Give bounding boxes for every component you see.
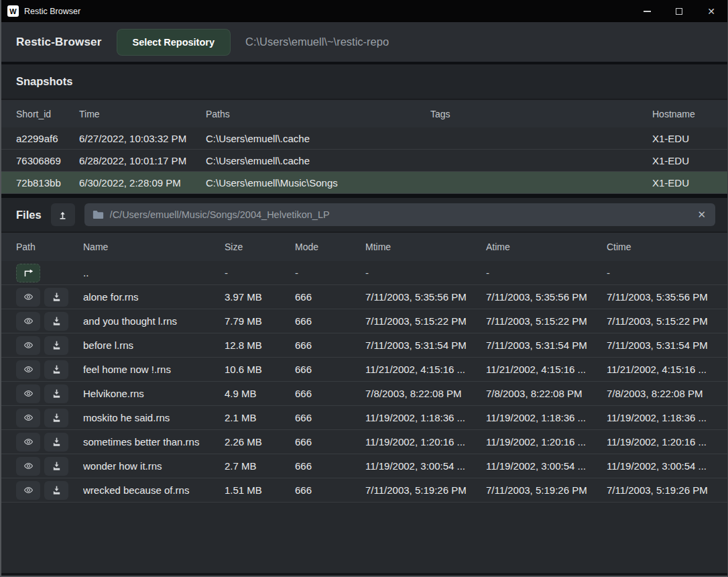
column-header-ctime[interactable]: Ctime	[607, 242, 713, 252]
download-icon	[52, 292, 62, 302]
file-row: and you thought l.rns 7.79 MB 666 7/11/2…	[1, 309, 727, 333]
file-ctime: -	[607, 267, 713, 278]
preview-file-button[interactable]	[16, 336, 40, 355]
wails-app-icon: W	[7, 5, 19, 17]
column-header-mode[interactable]: Mode	[295, 242, 365, 252]
column-header-name[interactable]: Name	[83, 242, 225, 252]
window-controls: ✕	[631, 0, 727, 22]
file-ctime: 11/19/2002, 3:00:54 ...	[607, 460, 713, 472]
eye-icon	[22, 437, 35, 447]
file-mtime: 11/19/2002, 1:18:36 ...	[365, 412, 486, 423]
snapshots-section-title: Snapshots	[1, 64, 727, 99]
column-header-mtime[interactable]: Mtime	[365, 242, 486, 252]
snapshot-time: 6/30/2022, 2:28:09 PM	[79, 177, 206, 189]
file-atime: 11/19/2002, 3:00:54 ...	[486, 460, 607, 472]
file-size: 7.79 MB	[225, 315, 295, 327]
file-row: alone for.rns 3.97 MB 666 7/11/2003, 5:3…	[1, 285, 727, 309]
file-name: Helvikone.rns	[83, 388, 225, 399]
current-path-input[interactable]: /C/Users/emuell/Music/Songs/2004_Helveti…	[84, 203, 715, 226]
column-header-short-id[interactable]: Short_id	[16, 109, 79, 119]
download-file-button[interactable]	[44, 288, 68, 307]
column-header-tags[interactable]: Tags	[430, 109, 652, 119]
window-title: Restic Browser	[24, 7, 80, 16]
download-file-button[interactable]	[44, 481, 68, 500]
file-mtime: 7/11/2003, 5:35:56 PM	[365, 291, 486, 303]
go-up-directory-button[interactable]	[16, 264, 40, 282]
preview-file-button[interactable]	[16, 312, 40, 331]
download-file-button[interactable]	[44, 312, 68, 331]
file-ctime: 7/11/2003, 5:15:22 PM	[607, 315, 713, 327]
download-file-button[interactable]	[44, 360, 68, 379]
file-row: before l.rns 12.8 MB 666 7/11/2003, 5:31…	[1, 333, 727, 358]
file-mode: 666	[295, 339, 365, 351]
titlebar: W Restic Browser ✕	[1, 0, 727, 22]
parent-directory-button[interactable]	[51, 203, 75, 226]
snapshot-row[interactable]: 72b813bb 6/30/2022, 2:28:09 PM C:\Users\…	[1, 172, 727, 194]
minimize-icon	[644, 11, 651, 12]
eye-icon	[22, 413, 35, 423]
preview-file-button[interactable]	[16, 481, 40, 500]
download-file-button[interactable]	[44, 457, 68, 476]
app-header: Restic-Browser Select Repository C:\User…	[1, 22, 727, 64]
clear-icon: ✕	[697, 209, 706, 220]
minimize-button[interactable]	[631, 0, 663, 22]
column-header-paths[interactable]: Paths	[206, 109, 430, 119]
column-header-hostname[interactable]: Hostname	[652, 109, 713, 119]
download-file-button[interactable]	[44, 433, 68, 452]
file-size: 3.97 MB	[225, 291, 295, 303]
file-mtime: 11/21/2002, 4:15:16 ...	[365, 364, 486, 375]
file-mtime: 7/8/2003, 8:22:08 PM	[365, 388, 486, 399]
preview-file-button[interactable]	[16, 384, 40, 403]
download-file-button[interactable]	[44, 384, 68, 403]
file-mode: -	[295, 267, 365, 278]
file-name: wrecked because of.rns	[83, 484, 225, 496]
snapshot-time: 6/28/2022, 10:01:17 PM	[79, 155, 206, 166]
column-header-size[interactable]: Size	[225, 242, 295, 252]
app-brand: Restic-Browser	[16, 36, 102, 49]
column-header-time[interactable]: Time	[79, 109, 206, 119]
download-file-button[interactable]	[44, 336, 68, 355]
file-name: sometimes better than.rns	[83, 436, 225, 448]
file-size: -	[225, 267, 295, 278]
file-ctime: 11/19/2002, 1:20:16 ...	[607, 436, 713, 448]
titlebar-left: W Restic Browser	[1, 5, 631, 17]
download-icon	[52, 316, 62, 326]
column-header-path[interactable]: Path	[16, 242, 83, 252]
file-mode: 666	[295, 315, 365, 327]
select-repository-button[interactable]: Select Repository	[117, 29, 231, 56]
snapshot-row[interactable]: 76306869 6/28/2022, 10:01:17 PM C:\Users…	[1, 150, 727, 172]
file-ctime: 7/8/2003, 8:22:08 PM	[607, 388, 713, 399]
file-ctime: 11/21/2002, 4:15:16 ...	[607, 364, 713, 375]
files-section-title: Files	[16, 209, 42, 221]
download-file-button[interactable]	[44, 409, 68, 427]
repository-path: C:\Users\emuell\~\restic-repo	[245, 36, 389, 48]
eye-icon	[22, 340, 35, 350]
preview-file-button[interactable]	[16, 457, 40, 476]
arrow-up-then-right-icon	[22, 268, 34, 277]
eye-icon	[22, 485, 35, 495]
file-mtime: 7/11/2003, 5:19:26 PM	[365, 484, 486, 496]
column-header-atime[interactable]: Atime	[486, 242, 607, 252]
file-ctime: 7/11/2003, 5:31:54 PM	[607, 339, 713, 351]
file-name: and you thought l.rns	[83, 315, 225, 327]
parent-directory-row: .. - - - - -	[1, 261, 727, 285]
file-atime: 11/19/2002, 1:18:36 ...	[486, 412, 607, 423]
file-name: before l.rns	[83, 339, 225, 351]
file-atime: -	[486, 267, 607, 278]
preview-file-button[interactable]	[16, 360, 40, 379]
maximize-button[interactable]	[663, 0, 695, 22]
file-mode: 666	[295, 291, 365, 303]
preview-file-button[interactable]	[16, 288, 40, 307]
snapshot-row[interactable]: a2299af6 6/27/2022, 10:03:32 PM C:\Users…	[1, 127, 727, 150]
snapshot-hostname: X1-EDU	[652, 133, 713, 144]
preview-file-button[interactable]	[16, 409, 40, 427]
preview-file-button[interactable]	[16, 433, 40, 452]
file-atime: 11/19/2002, 1:20:16 ...	[486, 436, 607, 448]
file-row: sometimes better than.rns 2.26 MB 666 11…	[1, 430, 727, 454]
file-size: 1.51 MB	[225, 484, 295, 496]
close-button[interactable]: ✕	[695, 0, 727, 22]
snapshot-time: 6/27/2022, 10:03:32 PM	[79, 133, 206, 144]
file-name: feel home now !.rns	[83, 364, 225, 375]
snapshots-table-body: a2299af6 6/27/2022, 10:03:32 PM C:\Users…	[1, 127, 727, 194]
clear-path-button[interactable]: ✕	[696, 209, 707, 221]
